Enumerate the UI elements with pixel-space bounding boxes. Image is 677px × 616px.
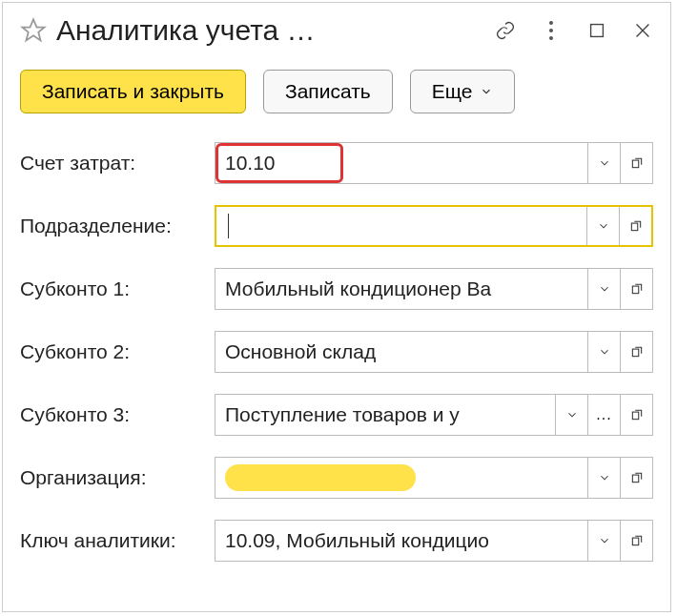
row-org: Организация: <box>20 457 653 499</box>
open-external-icon <box>630 408 644 421</box>
label-department: Подразделение: <box>20 215 207 237</box>
svg-rect-4 <box>632 160 638 168</box>
redacted-value <box>225 464 416 491</box>
dialog-window: Аналитика учета … Записать и закрыть Зап… <box>2 2 671 612</box>
open-button[interactable] <box>620 269 652 309</box>
label-sub3: Субконто 3: <box>20 403 207 426</box>
open-button[interactable] <box>620 395 652 435</box>
svg-rect-7 <box>632 349 638 357</box>
row-key: Ключ аналитики: 10.09, Мобильный кондици… <box>20 520 653 562</box>
value-account[interactable]: 10.10 <box>215 143 343 183</box>
window-title: Аналитика учета … <box>56 14 485 47</box>
svg-rect-5 <box>631 223 637 231</box>
dropdown-button[interactable] <box>587 521 620 561</box>
open-external-icon <box>629 219 643 233</box>
label-account: Счет затрат: <box>20 152 207 175</box>
save-and-close-button[interactable]: Записать и закрыть <box>20 70 246 113</box>
open-button[interactable] <box>620 521 652 561</box>
favorite-star-icon[interactable] <box>20 17 47 44</box>
ellipsis-icon: ... <box>596 406 611 423</box>
more-button[interactable]: Еще <box>410 70 516 113</box>
open-button[interactable] <box>620 458 652 498</box>
open-external-icon <box>630 345 644 359</box>
chevron-down-icon <box>565 408 579 421</box>
open-external-icon <box>630 282 644 296</box>
row-sub1: Субконто 1: Мобильный кондиционер Ва <box>20 268 653 310</box>
chevron-down-icon <box>598 534 611 547</box>
dropdown-button[interactable] <box>587 332 620 372</box>
field-department[interactable] <box>215 205 653 247</box>
svg-rect-1 <box>591 25 604 37</box>
toolbar: Записать и закрыть Записать Еще <box>20 70 653 113</box>
field-spacer <box>343 143 587 183</box>
open-external-icon <box>630 156 644 170</box>
open-external-icon <box>630 471 644 484</box>
svg-rect-10 <box>632 538 638 545</box>
row-sub3: Субконто 3: Поступление товаров и у ... <box>20 394 653 436</box>
field-sub1[interactable]: Мобильный кондиционер Ва <box>215 268 653 310</box>
label-sub2: Субконто 2: <box>20 340 207 363</box>
save-button[interactable]: Записать <box>263 70 393 113</box>
field-account[interactable]: 10.10 <box>215 142 653 184</box>
kebab-menu-icon[interactable] <box>541 20 562 41</box>
titlebar: Аналитика учета … <box>20 14 653 47</box>
row-account: Счет затрат: 10.10 <box>20 142 653 184</box>
dropdown-button[interactable] <box>586 207 619 245</box>
text-caret <box>228 214 229 238</box>
svg-rect-9 <box>632 475 638 483</box>
chevron-down-icon <box>598 345 611 359</box>
value-key[interactable]: 10.09, Мобильный кондицио <box>215 521 587 561</box>
row-department: Подразделение: <box>20 205 653 247</box>
chevron-down-icon <box>480 85 493 98</box>
label-sub1: Субконто 1: <box>20 277 207 300</box>
value-department[interactable] <box>216 207 586 245</box>
value-org[interactable] <box>215 458 587 498</box>
dropdown-button[interactable] <box>587 269 620 309</box>
titlebar-controls <box>495 20 653 41</box>
field-sub3[interactable]: Поступление товаров и у ... <box>215 394 653 436</box>
open-external-icon <box>630 534 644 547</box>
field-org[interactable] <box>215 457 653 499</box>
field-key[interactable]: 10.09, Мобильный кондицио <box>215 520 653 562</box>
dropdown-button[interactable] <box>587 143 620 183</box>
value-sub2[interactable]: Основной склад <box>215 332 587 372</box>
dropdown-button[interactable] <box>587 458 620 498</box>
label-org: Организация: <box>20 466 207 489</box>
dropdown-button[interactable] <box>555 395 587 435</box>
svg-rect-8 <box>632 412 638 420</box>
maximize-icon[interactable] <box>586 20 607 41</box>
open-button[interactable] <box>620 332 652 372</box>
svg-rect-6 <box>632 286 638 294</box>
close-icon[interactable] <box>632 20 653 41</box>
chevron-down-icon <box>598 282 611 296</box>
field-sub2[interactable]: Основной склад <box>215 331 653 373</box>
open-button[interactable] <box>620 143 652 183</box>
chevron-down-icon <box>598 471 611 484</box>
ellipsis-button[interactable]: ... <box>587 395 620 435</box>
value-sub3[interactable]: Поступление товаров и у <box>215 395 555 435</box>
row-sub2: Субконто 2: Основной склад <box>20 331 653 373</box>
label-key: Ключ аналитики: <box>20 529 207 552</box>
chevron-down-icon <box>597 219 610 233</box>
more-button-label: Еще <box>432 80 473 103</box>
open-button[interactable] <box>619 207 651 245</box>
value-sub1[interactable]: Мобильный кондиционер Ва <box>215 269 587 309</box>
svg-marker-0 <box>22 19 44 40</box>
chevron-down-icon <box>598 156 611 170</box>
link-icon[interactable] <box>495 20 516 41</box>
